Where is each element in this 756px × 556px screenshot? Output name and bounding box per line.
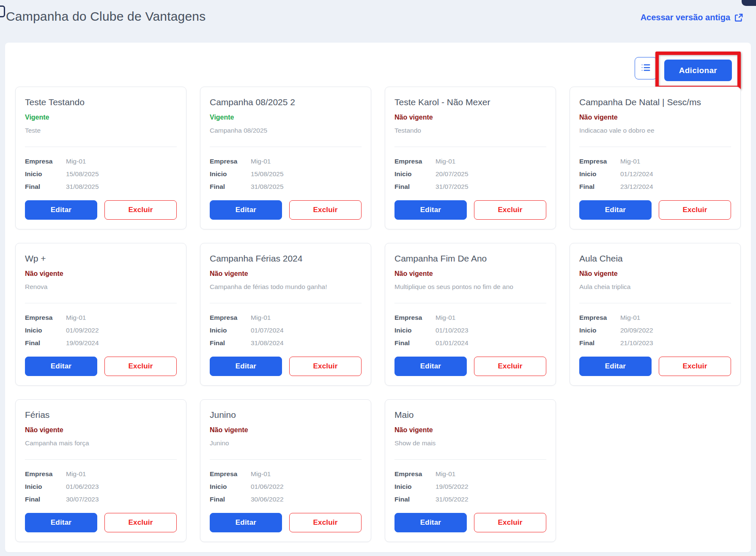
final-label: Final: [210, 496, 251, 503]
campaign-status-badge: Não vigente: [210, 426, 362, 434]
campaign-card: Campanha Férias 2024 Não vigente Campanh…: [200, 243, 371, 386]
delete-button[interactable]: Excluir: [104, 357, 177, 376]
card-divider: [394, 147, 546, 147]
card-divider: [25, 147, 177, 147]
campaign-title: Maio: [394, 410, 546, 420]
inicio-value: 01/12/2024: [620, 170, 653, 177]
campaign-title: Campanha Fim De Ano: [394, 253, 546, 264]
list-view-toggle-button[interactable]: [635, 57, 657, 79]
edit-button[interactable]: Editar: [25, 357, 97, 376]
empresa-value: Mig-01: [436, 314, 455, 321]
delete-button[interactable]: Excluir: [474, 357, 546, 376]
campaign-card: Maio Não vigente Show de mais Empresa Mi…: [385, 399, 556, 542]
campaign-title: Teste Testando: [25, 97, 177, 107]
empresa-row: Empresa Mig-01: [210, 158, 362, 165]
campaign-status-badge: Não vigente: [25, 270, 177, 278]
edit-button[interactable]: Editar: [25, 200, 97, 220]
card-actions: Editar Excluir: [394, 513, 546, 532]
campaign-title: Wp +: [25, 253, 177, 264]
empresa-label: Empresa: [25, 470, 66, 477]
final-row: Final 31/08/2025: [25, 183, 177, 190]
inicio-label: Inicio: [210, 483, 251, 490]
delete-button[interactable]: Excluir: [289, 357, 362, 376]
list-icon: [640, 62, 651, 75]
edit-button[interactable]: Editar: [210, 200, 282, 220]
delete-button[interactable]: Excluir: [659, 200, 731, 220]
inicio-row: Inicio 01/09/2022: [25, 327, 177, 334]
campaign-card: Férias Não vigente Campanha mais força E…: [15, 399, 186, 542]
final-row: Final 31/08/2024: [210, 339, 362, 346]
delete-button[interactable]: Excluir: [104, 513, 177, 532]
campaign-info: Empresa Mig-01 Inicio 01/10/2023 Final 0…: [394, 314, 546, 346]
empresa-value: Mig-01: [66, 314, 86, 321]
delete-button[interactable]: Excluir: [474, 200, 546, 220]
edit-button[interactable]: Editar: [394, 357, 467, 376]
campaign-card: Campanha 08/2025 2 Vigente Campanha 08/2…: [200, 87, 371, 229]
card-divider: [25, 459, 177, 460]
empresa-value: Mig-01: [251, 470, 271, 477]
empresa-label: Empresa: [394, 158, 436, 165]
delete-button[interactable]: Excluir: [289, 200, 362, 220]
final-value: 30/07/2023: [66, 496, 99, 503]
campaign-info: Empresa Mig-01 Inicio 01/06/2022 Final 3…: [210, 470, 362, 503]
campaign-title: Teste Karol - Não Mexer: [394, 97, 546, 107]
campaign-status-badge: Não vigente: [579, 270, 731, 278]
card-actions: Editar Excluir: [394, 200, 546, 220]
empresa-label: Empresa: [210, 314, 251, 321]
campaign-description: Show de mais: [394, 439, 546, 448]
toolbar: Adicionar: [15, 43, 741, 84]
campaign-status-badge: Não vigente: [394, 114, 546, 121]
edit-button[interactable]: Editar: [394, 200, 467, 220]
inicio-label: Inicio: [579, 170, 620, 177]
edit-button[interactable]: Editar: [210, 513, 282, 532]
card-actions: Editar Excluir: [579, 200, 731, 220]
inicio-label: Inicio: [25, 170, 66, 177]
old-version-link[interactable]: Acessar versão antiga: [641, 13, 743, 22]
inicio-value: 01/06/2022: [251, 483, 284, 490]
delete-button[interactable]: Excluir: [659, 357, 731, 376]
final-row: Final 01/01/2024: [394, 339, 546, 346]
edit-button[interactable]: Editar: [579, 357, 652, 376]
final-value: 21/10/2023: [620, 339, 653, 346]
card-divider: [210, 147, 362, 147]
final-label: Final: [210, 339, 251, 346]
final-value: 23/12/2024: [620, 183, 653, 190]
empresa-row: Empresa Mig-01: [210, 314, 362, 321]
campaign-title: Campanha De Natal | Sesc/ms: [579, 97, 731, 107]
delete-button[interactable]: Excluir: [104, 200, 177, 220]
empresa-value: Mig-01: [436, 470, 455, 477]
card-actions: Editar Excluir: [210, 200, 362, 220]
delete-button[interactable]: Excluir: [474, 513, 546, 532]
final-label: Final: [394, 496, 436, 503]
campaign-description: Campanha mais força: [25, 439, 177, 448]
card-actions: Editar Excluir: [25, 513, 177, 532]
empresa-label: Empresa: [25, 314, 66, 321]
card-divider: [210, 459, 362, 460]
empresa-value: Mig-01: [620, 314, 640, 321]
campaign-title: Junino: [210, 410, 362, 420]
card-divider: [394, 459, 546, 460]
card-actions: Editar Excluir: [579, 357, 731, 376]
delete-button[interactable]: Excluir: [289, 513, 362, 532]
inicio-row: Inicio 01/07/2024: [210, 327, 362, 334]
empresa-value: Mig-01: [251, 158, 271, 165]
final-value: 01/01/2024: [436, 339, 468, 346]
campaign-description: Junino: [210, 439, 362, 448]
inicio-row: Inicio 15/08/2025: [25, 170, 177, 177]
edit-button[interactable]: Editar: [394, 513, 467, 532]
final-label: Final: [579, 183, 620, 190]
campaign-status-badge: Não vigente: [210, 270, 362, 278]
edit-button[interactable]: Editar: [25, 513, 97, 532]
add-campaign-button[interactable]: Adicionar: [664, 60, 732, 81]
campaign-description: Renova: [25, 283, 177, 292]
campaign-card: Campanha Fim De Ano Não vigente Multipli…: [385, 243, 556, 386]
campaign-description: Testando: [394, 127, 546, 135]
final-label: Final: [25, 496, 66, 503]
edit-button[interactable]: Editar: [210, 357, 282, 376]
inicio-label: Inicio: [579, 327, 620, 334]
card-actions: Editar Excluir: [394, 357, 546, 376]
campaign-card: Wp + Não vigente Renova Empresa Mig-01 I…: [15, 243, 186, 386]
edit-button[interactable]: Editar: [579, 200, 652, 220]
campaign-description: Indicacao vale o dobro ee: [579, 127, 731, 135]
final-row: Final 31/05/2022: [394, 496, 546, 503]
